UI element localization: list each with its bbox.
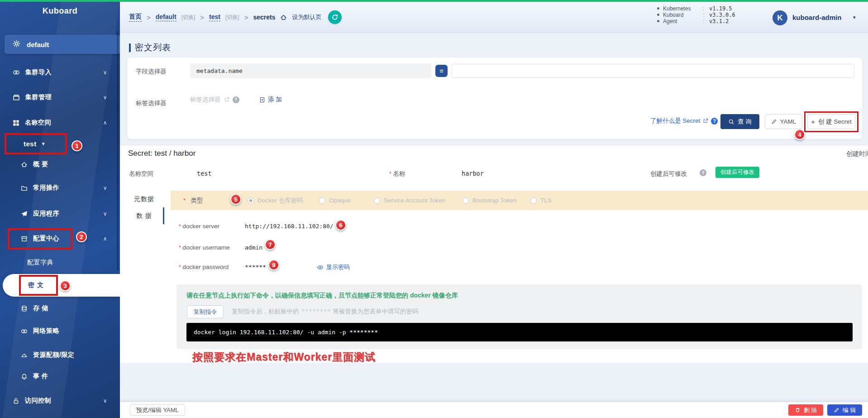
radio-label: TLS: [540, 197, 552, 204]
docker-server-value[interactable]: http://192.168.11.102:80/: [245, 223, 334, 230]
sidebar-item-overview[interactable]: 概 要: [0, 154, 120, 174]
breadcrumb-separator-icon: >: [244, 14, 248, 21]
terminal-command-box[interactable]: docker login 192.168.11.102:80/ -u admin…: [186, 323, 853, 341]
trash-icon: [795, 407, 801, 413]
version-value: v3.3.0.6: [709, 12, 735, 18]
secret-detail-section: Secret: test / harbor 创建时间: 名称空间 test *名…: [120, 145, 868, 363]
user-avatar[interactable]: K: [773, 10, 787, 25]
gear-icon: [13, 40, 20, 49]
field-selector-value-input[interactable]: [452, 64, 854, 78]
breadcrumb-cluster[interactable]: default: [156, 13, 176, 21]
topbar: 首页 > default [切换] > test [切换] > secrets …: [120, 2, 868, 33]
sidebar-item-network-policy[interactable]: 网络策略: [0, 321, 120, 341]
sidebar-item-quota[interactable]: 资源配额/限定: [0, 345, 120, 365]
radio-bootstrap-token[interactable]: Bootstrap Token: [463, 191, 516, 210]
annotation-number-8: 8: [268, 259, 279, 270]
sidebar-item-label: 资源配额/限定: [33, 351, 74, 359]
required-asterisk: *: [389, 170, 391, 177]
radio-docker-registry[interactable]: Docker 仓库密码: [248, 191, 303, 210]
version-value: v3.1.2: [709, 18, 729, 24]
learn-secret-link[interactable]: 了解什么是 Secret ?: [650, 117, 718, 125]
docker-username-value[interactable]: admin: [245, 244, 262, 251]
sidebar-item-storage[interactable]: 存 储: [0, 298, 120, 318]
sidebar-item-config-dict[interactable]: 配置字典: [0, 253, 120, 273]
annotation-number-7: 7: [265, 239, 276, 250]
delete-button[interactable]: 删 除: [788, 404, 823, 416]
home-icon: [280, 14, 287, 21]
learn-secret-text: 了解什么是 Secret: [650, 117, 700, 125]
sidebar-item-namespaces[interactable]: 名称空间 ∧: [0, 113, 120, 133]
sidebar-item-label: 存 储: [33, 304, 48, 312]
docker-password-label: *docker password: [179, 264, 229, 270]
query-button-label: 查 询: [738, 118, 752, 126]
hint-title: 请在任意节点上执行如下命令，以确保信息填写正确，且节点能够正常登陆您的 dock…: [186, 292, 458, 300]
lock-icon: [13, 398, 19, 404]
radio-opaque[interactable]: Opaque: [319, 191, 351, 210]
set-default-page-link[interactable]: 设为默认页: [292, 13, 321, 21]
preview-yaml-button[interactable]: 预览/编辑 YAML: [130, 404, 185, 416]
eye-icon: [317, 264, 324, 271]
sidebar-item-cluster-import[interactable]: 集群导入 ∨: [0, 62, 120, 82]
mutable-badge: 创建后可修改: [715, 167, 759, 178]
equals-operator-button[interactable]: =: [435, 65, 448, 77]
help-icon[interactable]: ?: [711, 118, 718, 125]
tab-metadata[interactable]: 元数据: [134, 195, 154, 203]
external-link-icon: [703, 118, 708, 124]
radio-label: Opaque: [329, 197, 351, 204]
footer-toolbar: 预览/编辑 YAML 删 除 编 辑: [120, 402, 868, 418]
docker-password-value[interactable]: ******: [245, 264, 266, 270]
sidebar-item-common-ops[interactable]: 常用操作 ∨: [0, 178, 120, 198]
radio-selected-icon: [248, 197, 254, 204]
add-label-selector-button[interactable]: 添 加: [259, 96, 282, 104]
name-value: harbor: [462, 170, 484, 177]
sidebar-item-cluster-default[interactable]: default: [5, 35, 120, 54]
colon: :: [703, 5, 709, 12]
required-asterisk: *: [183, 197, 186, 204]
edit-button[interactable]: 编 辑: [827, 404, 862, 416]
user-menu[interactable]: kuboard-admin: [792, 14, 841, 21]
docker-username-label: *docker username: [179, 244, 230, 251]
box-icon: [13, 94, 20, 101]
chevron-down-icon: ∨: [103, 211, 107, 217]
yaml-button[interactable]: YAML: [765, 114, 802, 129]
chevron-up-icon: ∧: [103, 120, 107, 126]
copy-command-button[interactable]: 复制指令: [187, 305, 224, 318]
breadcrumb-switch-cluster[interactable]: [切换]: [181, 14, 196, 21]
mutable-label: 创建后可修改: [650, 170, 687, 178]
breadcrumb-page: secrets: [253, 14, 275, 21]
field-selector-input[interactable]: [190, 63, 431, 78]
sidebar-item-events[interactable]: 事 件: [0, 366, 120, 386]
radio-tls[interactable]: TLS: [530, 191, 552, 210]
breadcrumb-switch-namespace[interactable]: [切换]: [225, 14, 239, 21]
sidebar-item-label: 访问控制: [25, 397, 51, 405]
label-selector-placeholder: 标签选择器: [190, 96, 221, 104]
label-selector-placeholder-group[interactable]: 标签选择器 ?: [190, 96, 239, 104]
breadcrumb-namespace[interactable]: test: [209, 13, 220, 21]
sidebar-item-apps[interactable]: 应用程序 ∨: [0, 204, 120, 224]
bullet-icon: [657, 20, 659, 22]
sidebar-item-label: 配置字典: [27, 259, 53, 267]
pencil-icon: [834, 407, 839, 413]
sidebar-item-cluster-manage[interactable]: 集群管理 ∨: [0, 87, 120, 107]
secret-detail-title: Secret: test / harbor: [128, 149, 196, 158]
sidebar-item-access-control[interactable]: 访问控制 ∨: [0, 391, 120, 411]
annotation-number-5: 5: [230, 194, 241, 205]
add-label: 添 加: [268, 96, 282, 104]
breadcrumb: 首页 > default [切换] > test [切换] > secrets …: [129, 2, 342, 33]
caret-down-icon: ▾: [853, 14, 856, 20]
tab-data[interactable]: 数 据: [136, 212, 152, 220]
version-row: Kubernetes : v1.19.5: [657, 5, 735, 11]
help-icon[interactable]: ?: [233, 96, 239, 103]
radio-service-account-token[interactable]: Service Account Token: [374, 191, 445, 210]
chevron-down-icon: ∨: [103, 94, 107, 101]
version-row: Agent : v3.1.2: [657, 18, 735, 24]
name-label: *名称: [389, 170, 405, 178]
annotation-number-1: 1: [72, 140, 82, 151]
breadcrumb-home[interactable]: 首页: [129, 13, 142, 22]
query-button[interactable]: 查 询: [720, 114, 759, 129]
refresh-button[interactable]: [328, 10, 342, 24]
sidebar-scrollbar[interactable]: [117, 31, 119, 271]
show-password-link[interactable]: 显示密码: [317, 263, 350, 271]
help-icon[interactable]: ?: [700, 169, 706, 176]
type-label: *类型: [183, 191, 203, 210]
